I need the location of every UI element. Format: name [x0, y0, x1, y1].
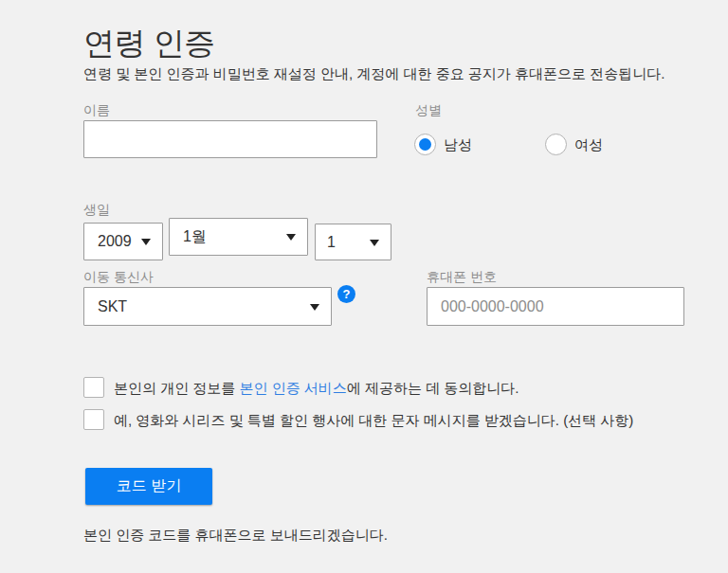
birth-month-value: 1월 [183, 227, 207, 247]
gender-radio-male[interactable] [414, 134, 436, 155]
footer-note: 본인 인증 코드를 휴대폰으로 보내드리겠습니다. [83, 527, 388, 545]
consent-privacy-label: 본인의 개인 정보를 본인 인증 서비스에 제공하는 데 동의합니다. [114, 380, 645, 397]
birthday-field-label: 생일 [83, 202, 110, 218]
birth-day-select[interactable]: 1 [315, 224, 391, 260]
consent-marketing-text: 예, 영화와 시리즈 및 특별 할인 행사에 대한 문자 메시지를 받겠습니다.… [114, 412, 633, 428]
carrier-select[interactable]: SKT [83, 287, 332, 326]
carrier-field-label: 이동 통신사 [83, 269, 154, 285]
identity-service-link[interactable]: 본인 인증 서비스 [240, 380, 347, 396]
name-input[interactable] [83, 120, 377, 158]
radio-selected-dot [419, 138, 431, 151]
page-subtitle: 연령 및 본인 인증과 비밀번호 재설정 안내, 계정에 대한 중요 공지가 휴… [83, 65, 664, 83]
birth-year-value: 2009 [98, 233, 132, 250]
birth-day-value: 1 [327, 234, 336, 251]
consent-marketing-checkbox[interactable] [83, 409, 104, 430]
gender-radio-male-label[interactable]: 남성 [444, 134, 472, 155]
gender-field-label: 성별 [415, 102, 442, 118]
page-title: 연령 인증 [83, 23, 215, 65]
consent-privacy-text-before: 본인의 개인 정보를 [114, 380, 240, 396]
caret-down-icon [141, 239, 151, 245]
get-code-button[interactable]: 코드 받기 [85, 468, 212, 505]
consent-marketing-label: 예, 영화와 시리즈 및 특별 할인 행사에 대한 문자 메시지를 받겠습니다.… [114, 412, 682, 429]
carrier-value: SKT [98, 298, 127, 315]
caret-down-icon [286, 234, 296, 241]
consent-privacy-text-after: 에 제공하는 데 동의합니다. [347, 380, 519, 396]
caret-down-icon [370, 240, 379, 246]
caret-down-icon [310, 304, 319, 311]
consent-privacy-checkbox[interactable] [83, 377, 104, 398]
phone-field-label: 휴대폰 번호 [427, 269, 497, 285]
birth-month-select[interactable]: 1월 [169, 218, 308, 256]
gender-radio-female[interactable] [545, 134, 567, 155]
radio-unselected-dot [550, 138, 562, 151]
help-icon[interactable]: ? [337, 285, 355, 303]
phone-input[interactable] [427, 287, 684, 326]
help-glyph: ? [343, 287, 351, 301]
gender-radio-female-label[interactable]: 여성 [574, 134, 603, 155]
birth-year-select[interactable]: 2009 [83, 223, 163, 260]
name-field-label: 이름 [83, 102, 110, 118]
